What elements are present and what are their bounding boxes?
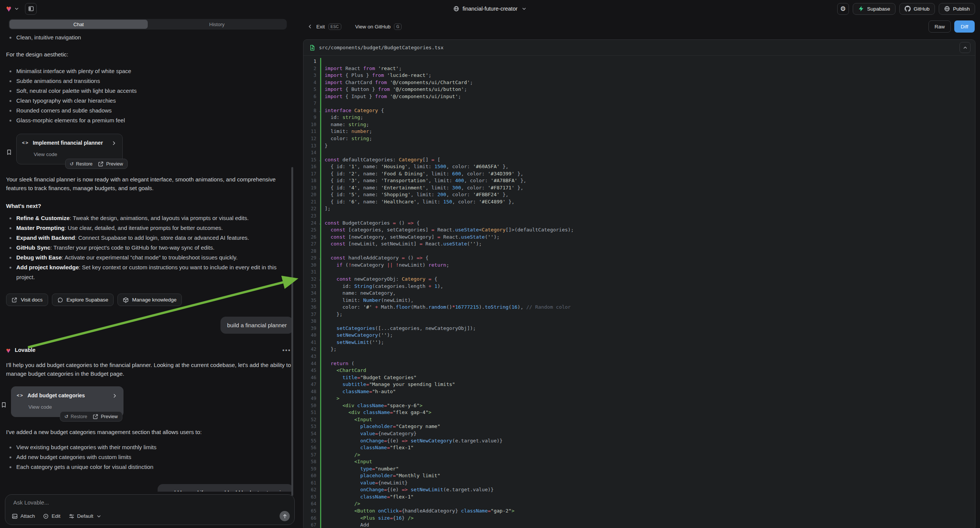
target-icon [43, 513, 49, 519]
line-number: 46 [304, 374, 320, 382]
bullet-dot [10, 100, 11, 102]
supabase-button[interactable]: Supabase [853, 3, 896, 15]
code-line: 67 Add [304, 522, 975, 528]
attach-button[interactable]: Attach [12, 513, 35, 519]
raw-toggle-button[interactable]: Raw [929, 21, 951, 33]
g-key-badge: G [394, 24, 401, 30]
tab-chat[interactable]: Chat [10, 20, 148, 29]
line-number: 62 [304, 486, 320, 493]
chat-bubble-icon [57, 297, 63, 303]
toggle-sidebar-button[interactable] [25, 3, 37, 15]
user-message: build a financial planner [221, 316, 293, 334]
code-line: 41 setNewLimit(''); [304, 339, 975, 346]
line-number: 18 [304, 177, 320, 184]
list-item: Glass-morphic elements for a premium fee… [6, 116, 293, 126]
publish-button[interactable]: Publish [939, 3, 975, 15]
bookmark-icon[interactable] [6, 140, 12, 164]
collapse-file-button[interactable] [959, 42, 970, 53]
project-switcher[interactable]: financial-future-creator [453, 6, 527, 12]
chevron-up-icon [962, 45, 968, 51]
code-icon: <> [22, 138, 29, 147]
line-number: 33 [304, 283, 320, 290]
code-line: 32⌄ const newCategoryObj: Category = { [304, 276, 975, 283]
manage-knowledge-button[interactable]: Manage knowledge [118, 294, 182, 306]
line-number: 23 [304, 213, 320, 220]
code-line: 14 [304, 149, 975, 156]
github-label: GitHub [914, 6, 930, 12]
quick-actions: Visit docsExplore SupabaseManage knowled… [6, 294, 293, 306]
fold-icon[interactable]: ⌄ [319, 220, 321, 227]
lovable-logo[interactable]: ♥ [6, 4, 11, 13]
restore-button[interactable]: ↺ Restore [70, 161, 92, 167]
code-text: Add [320, 522, 975, 528]
code-text [320, 149, 975, 156]
exit-button[interactable]: Exit ESC [307, 24, 341, 30]
settings-button[interactable]: ⚙ [837, 3, 849, 15]
tab-history[interactable]: History [148, 20, 286, 29]
view-on-github-button[interactable]: View on GitHub G [355, 24, 402, 30]
line-number: 25 [304, 226, 320, 234]
code-line: 54 value={newCategory} [304, 430, 975, 437]
line-number: 34 [304, 290, 320, 297]
code-icon: <> [17, 391, 24, 400]
edit-card-add-budget-categories[interactable]: <> Add budget categories View code ↺ Res… [11, 386, 124, 417]
diff-toggle-button[interactable]: Diff [954, 21, 975, 33]
bullet-text: Rounded corners and subtle shadows [16, 106, 112, 116]
line-number: 44 [304, 360, 320, 367]
bookmark-icon[interactable] [1, 393, 7, 417]
code-text [320, 213, 975, 220]
code-line: 2import React from 'react'; [304, 65, 975, 72]
line-number: 2 [304, 65, 320, 72]
line-number: 16 [304, 163, 320, 170]
chat-scrollbar[interactable] [291, 167, 293, 496]
code-line: 39 setCategories([...categories, newCate… [304, 325, 975, 332]
user-message: would be cool if you could add budget ca… [158, 484, 293, 491]
code-text: const [categories, setCategories] = Reac… [320, 226, 975, 234]
chevron-down-icon[interactable] [14, 6, 20, 12]
line-number: 17 [304, 170, 320, 178]
view-code-link[interactable]: View code [29, 402, 118, 411]
bullet-dot [10, 120, 11, 122]
github-button[interactable]: GitHub [899, 3, 935, 15]
code-text: { id: '4', name: 'Entertainment', limit:… [320, 184, 975, 192]
bullet-dot [10, 80, 11, 82]
preview-button[interactable]: Preview [98, 161, 123, 167]
fold-icon[interactable]: ⌄ [319, 157, 321, 164]
code-line: 20 { id: '5', name: 'Shopping', limit: 2… [304, 191, 975, 199]
bullet-text: GitHub Sync: Transfer your project's cod… [16, 243, 215, 253]
image-icon [12, 513, 18, 519]
code-line: 10 name: string; [304, 121, 975, 129]
code-text: onChange={(e) => setNewCategory(e.target… [320, 437, 975, 445]
visit-docs-button[interactable]: Visit docs [6, 294, 48, 306]
bullet-dot [10, 267, 11, 269]
line-number: 39 [304, 325, 320, 332]
assistant-name: Lovable [15, 346, 36, 355]
line-number: 55 [304, 437, 320, 445]
line-number: 57 [304, 452, 320, 459]
ask-lovable-input[interactable] [13, 499, 272, 506]
edit-mode-button[interactable]: Edit [43, 513, 60, 519]
fold-icon[interactable]: ⌄ [319, 276, 321, 283]
code-viewer-panel: Exit ESC View on GitHub G Raw Diff src/c… [299, 17, 980, 528]
code-line: 62 onChange={(e) => setNewLimit(e.target… [304, 486, 975, 493]
line-number: 65 [304, 507, 320, 515]
code-line: 43 [304, 353, 975, 360]
send-button[interactable] [280, 511, 290, 521]
view-code-link[interactable]: View code [34, 150, 117, 159]
restore-button[interactable]: ↺ Restore [64, 413, 87, 419]
code-line: 4import ChartCard from '@/components/ui/… [304, 79, 975, 86]
bullet-text: Add new budget categories with custom li… [16, 452, 131, 462]
explore-supabase-button[interactable]: Explore Supabase [52, 294, 114, 306]
line-number: 31 [304, 269, 320, 276]
line-number: 21 [304, 199, 320, 206]
code-line: 35 limit: Number(newLimit), [304, 297, 975, 304]
edit-card-implement-planner[interactable]: <> Implement financial planner View code… [16, 134, 123, 164]
fold-icon[interactable]: ⌄ [319, 255, 321, 262]
external-link-icon [92, 413, 99, 420]
code-text: const BudgetCategories = () => { [320, 220, 975, 227]
mode-select[interactable]: Default [68, 513, 102, 519]
code-text: interface Category { [320, 107, 975, 115]
preview-button[interactable]: Preview [92, 413, 118, 420]
code-editor[interactable]: 12import React from 'react';3import { Pl… [304, 56, 975, 528]
fold-icon[interactable]: ⌄ [319, 108, 321, 115]
